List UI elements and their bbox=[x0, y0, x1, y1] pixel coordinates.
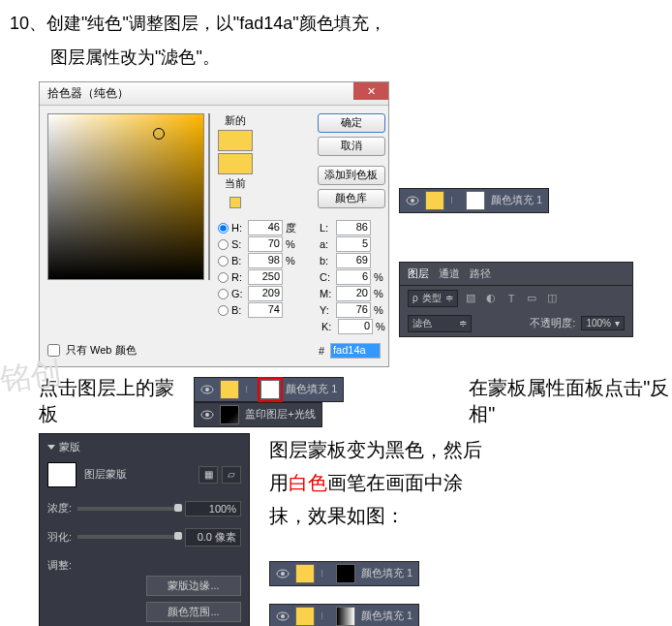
collapse-icon[interactable] bbox=[47, 445, 55, 450]
layer-name[interactable]: 颜色填充 1 bbox=[491, 193, 542, 207]
radio-r[interactable] bbox=[218, 272, 229, 283]
tab-paths[interactable]: 路径 bbox=[470, 266, 491, 281]
result-line1: 图层蒙板变为黑色，然后 bbox=[269, 433, 482, 466]
m-field[interactable]: 20 bbox=[336, 286, 371, 301]
tab-channels[interactable]: 通道 bbox=[439, 266, 460, 281]
ok-button[interactable]: 确定 bbox=[318, 113, 385, 133]
color-spectrum[interactable] bbox=[47, 113, 204, 280]
layer-row-fill-2[interactable]: ⁞ 颜色填充 1 bbox=[194, 377, 344, 402]
visibility-icon[interactable] bbox=[200, 383, 214, 396]
link-icon: ⁞ bbox=[245, 384, 255, 394]
filter-adjust-icon[interactable]: ◐ bbox=[484, 291, 499, 305]
filter-type-icon[interactable]: T bbox=[504, 291, 519, 305]
y-field[interactable]: 76 bbox=[336, 302, 371, 318]
k-field[interactable]: 0 bbox=[338, 319, 373, 334]
new-label: 新的 bbox=[225, 113, 246, 128]
opacity-field[interactable]: 100%▾ bbox=[581, 316, 625, 330]
instr-1a: 创建"纯色"调整图层，以" bbox=[46, 14, 239, 33]
radio-g[interactable] bbox=[218, 289, 229, 299]
result-2c: 画笔在画面中涂 bbox=[327, 472, 463, 493]
layer-thumb[interactable] bbox=[220, 405, 239, 424]
svg-point-1 bbox=[411, 199, 414, 203]
filter-kind[interactable]: ρ类型≑ bbox=[408, 290, 458, 307]
feather-value[interactable]: 0.0 像素 bbox=[185, 528, 241, 547]
layer-mask-thumb[interactable] bbox=[466, 191, 485, 210]
layers-panel: 图层 通道 路径 ρ类型≑ ▧ ◐ T ▭ ◫ 滤色≑ 不透明度: 100%▾ bbox=[399, 262, 633, 337]
g-field[interactable]: 209 bbox=[248, 286, 283, 301]
l-field[interactable]: 86 bbox=[336, 220, 371, 235]
filter-pixel-icon[interactable]: ▧ bbox=[464, 291, 478, 305]
filter-smart-icon[interactable]: ◫ bbox=[545, 291, 560, 305]
visibility-icon[interactable] bbox=[276, 610, 290, 623]
visibility-icon[interactable] bbox=[276, 567, 290, 580]
r-field[interactable]: 250 bbox=[248, 269, 283, 285]
step-number: 10、 bbox=[10, 14, 46, 33]
mask-thumb[interactable] bbox=[47, 462, 76, 487]
radio-h[interactable] bbox=[218, 223, 229, 234]
visibility-icon[interactable] bbox=[406, 194, 419, 207]
link-icon: ⁞ bbox=[321, 610, 330, 621]
feather-slider[interactable] bbox=[77, 535, 179, 539]
s-field[interactable]: 70 bbox=[248, 236, 283, 252]
layer-row-painted-mask[interactable]: ⁞ 颜色填充 1 bbox=[269, 604, 419, 626]
radio-s[interactable] bbox=[218, 239, 229, 250]
blend-mode-select[interactable]: 滤色≑ bbox=[408, 315, 472, 332]
link-icon: ⁞ bbox=[450, 195, 460, 205]
hex-field[interactable]: fad14a bbox=[330, 343, 381, 359]
result-2b: 白色 bbox=[289, 472, 327, 493]
instr-1b: "颜色填充， bbox=[292, 14, 385, 33]
filter-shape-icon[interactable]: ▭ bbox=[525, 291, 539, 305]
layer-color-thumb[interactable] bbox=[425, 191, 444, 210]
mask-properties-panel: 蒙版 图层蒙版 ▦ ▱ 浓度: 100% 羽化: 0.0 像素 调整: 蒙版边缘… bbox=[39, 433, 250, 626]
warning-swatch[interactable] bbox=[229, 197, 241, 208]
radio-b[interactable] bbox=[218, 256, 229, 266]
svg-point-5 bbox=[205, 413, 209, 417]
vector-mask-icon[interactable]: ▱ bbox=[222, 466, 241, 484]
layer-row-fill[interactable]: ⁞ 颜色填充 1 bbox=[399, 188, 549, 213]
current-color-swatch[interactable] bbox=[218, 153, 253, 174]
h-field[interactable]: 46 bbox=[248, 220, 283, 235]
pixel-mask-icon[interactable]: ▦ bbox=[199, 466, 218, 484]
hue-slider[interactable] bbox=[208, 113, 210, 280]
radio-bb[interactable] bbox=[218, 305, 229, 316]
layer-color-thumb[interactable] bbox=[295, 564, 315, 583]
instr-hex: fad14a bbox=[239, 14, 292, 33]
spectrum-marker[interactable] bbox=[153, 128, 165, 140]
layer-name[interactable]: 颜色填充 1 bbox=[361, 609, 412, 623]
layer-mask-thumb-highlighted[interactable] bbox=[260, 380, 280, 399]
layer-mask-thumb-painted[interactable] bbox=[336, 607, 355, 626]
close-button[interactable]: ✕ bbox=[353, 82, 388, 100]
link-icon: ⁞ bbox=[321, 568, 330, 579]
svg-point-7 bbox=[281, 572, 285, 576]
c-field[interactable]: 6 bbox=[336, 269, 371, 285]
color-range-button[interactable]: 颜色范围... bbox=[146, 602, 241, 622]
layer-color-thumb[interactable] bbox=[295, 607, 315, 626]
opacity-label: 不透明度: bbox=[530, 316, 575, 330]
svg-point-9 bbox=[281, 614, 285, 618]
layer-mask-thumb-black[interactable] bbox=[336, 564, 355, 583]
density-value[interactable]: 100% bbox=[185, 501, 241, 516]
layer-row-stamp[interactable]: 盖印图层+光线 bbox=[194, 402, 321, 427]
bb-field[interactable]: 74 bbox=[248, 302, 283, 318]
add-swatch-button[interactable]: 添加到色板 bbox=[318, 166, 385, 185]
dialog-titlebar[interactable]: 拾色器（纯色） ✕ bbox=[40, 82, 388, 106]
mask-edge-button[interactable]: 蒙版边缘... bbox=[146, 576, 241, 596]
web-only-checkbox[interactable] bbox=[47, 344, 60, 357]
result-line3: 抹，效果如图： bbox=[269, 499, 482, 532]
a-field[interactable]: 5 bbox=[336, 236, 371, 252]
tab-layers[interactable]: 图层 bbox=[408, 266, 429, 281]
color-lib-button[interactable]: 颜色库 bbox=[318, 189, 385, 208]
mask-thumb-label: 图层蒙版 bbox=[84, 467, 127, 482]
layer-row-black-mask[interactable]: ⁞ 颜色填充 1 bbox=[269, 561, 419, 586]
visibility-icon[interactable] bbox=[200, 408, 214, 422]
cancel-button[interactable]: 取消 bbox=[318, 137, 385, 156]
density-slider[interactable] bbox=[77, 507, 179, 511]
current-label: 当前 bbox=[225, 176, 246, 191]
b2-field[interactable]: 69 bbox=[336, 253, 371, 268]
b-field[interactable]: 98 bbox=[248, 253, 283, 268]
layer-name[interactable]: 颜色填充 1 bbox=[361, 566, 412, 580]
layer-name[interactable]: 盖印图层+光线 bbox=[245, 407, 315, 422]
adjust-label: 调整: bbox=[47, 558, 241, 573]
layer-color-thumb[interactable] bbox=[220, 380, 239, 399]
layer-name[interactable]: 颜色填充 1 bbox=[286, 382, 337, 396]
